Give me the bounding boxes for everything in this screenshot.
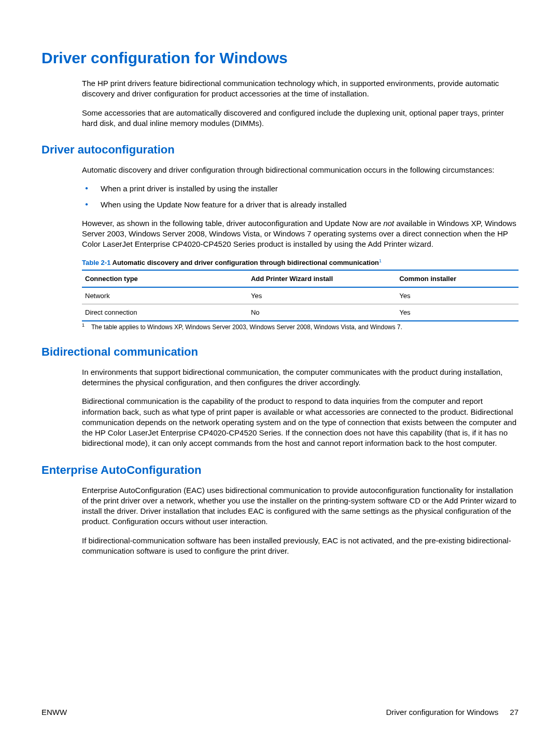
footer-page-number: 27 [510,708,519,716]
footer-section-title: Driver configuration for Windows [386,708,498,716]
autoconfig-paragraph-2: However, as shown in the following table… [82,218,519,250]
bidi-paragraph-2: Bidirectional communication is the capab… [82,396,519,448]
italic-text: not [383,219,394,228]
table-caption: Table 2-1 Automatic discovery and driver… [82,258,519,266]
eac-paragraph-1: Enterprise AutoConfiguration (EAC) uses … [82,485,519,527]
autoconfig-bullet-list: When a print driver is installed by usin… [82,184,519,210]
list-item: When a print driver is installed by usin… [82,184,519,194]
text-span: However, as shown in the following table… [82,219,383,228]
page-footer: ENWW Driver configuration for Windows 27 [41,708,519,716]
page-title: Driver configuration for Windows [41,49,519,67]
table-header-cell: Common installer [396,270,519,287]
autoconfig-table: Connection type Add Printer Wizard insta… [82,270,519,321]
table-row: Direct connection No Yes [82,304,519,321]
table-header-cell: Add Printer Wizard install [248,270,396,287]
table-caption-title: Automatic discovery and driver configura… [110,259,379,266]
table-cell: Yes [396,304,519,321]
intro-paragraph-2: Some accessories that are automatically … [82,108,519,129]
table-row: Network Yes Yes [82,287,519,304]
footer-left: ENWW [41,708,67,716]
footnote-text: The table applies to Windows XP, Windows… [91,324,402,331]
table-header-row: Connection type Add Printer Wizard insta… [82,270,519,287]
table-caption-sup: 1 [379,258,382,263]
bidi-paragraph-1: In environments that support bidirection… [82,367,519,388]
table-footnote: 1 The table applies to Windows XP, Windo… [82,324,519,331]
intro-paragraph-1: The HP print drivers feature bidirection… [82,78,519,100]
table-cell: Yes [248,287,396,304]
footnote-number: 1 [82,322,85,328]
list-item: When using the Update Now feature for a … [82,200,519,210]
table-cell: Direct connection [82,304,248,321]
table-header-cell: Connection type [82,270,248,287]
section-heading-autoconfig: Driver autoconfiguration [41,143,519,157]
footer-right: Driver configuration for Windows 27 [386,708,519,716]
eac-paragraph-2: If bidirectional-communication software … [82,536,519,557]
table-cell: Yes [396,287,519,304]
autoconfig-paragraph-1: Automatic discovery and driver configura… [82,165,519,175]
section-heading-eac: Enterprise AutoConfiguration [41,463,519,477]
table-cell: No [248,304,396,321]
table-cell: Network [82,287,248,304]
table-caption-label: Table 2-1 [82,259,110,266]
section-heading-bidi: Bidirectional communication [41,345,519,359]
